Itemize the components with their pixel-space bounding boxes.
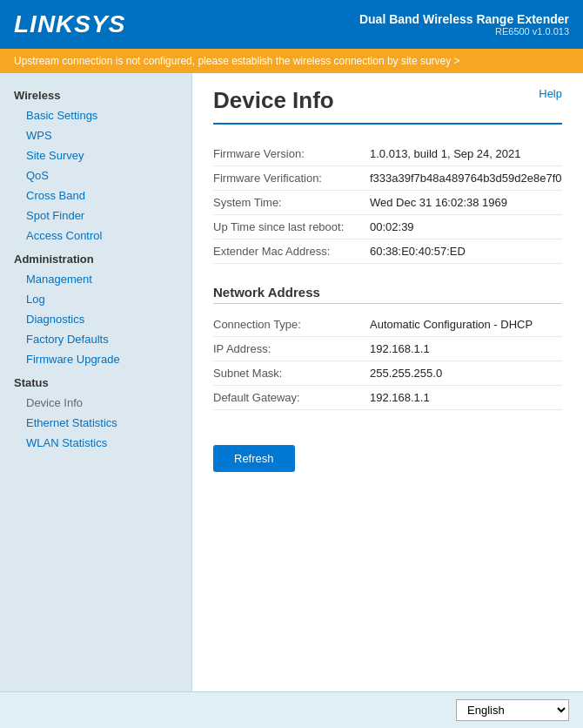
info-row-system-time: System Time: Wed Dec 31 16:02:38 1969 [213,191,562,215]
sidebar-section-administration: Administration [0,246,191,269]
system-time-label: System Time: [213,196,370,209]
warning-banner: Upstream connection is not configured, p… [0,49,583,73]
default-gateway-label: Default Gateway: [213,391,370,404]
info-row-mac-address: Extender Mac Address: 60:38:E0:40:57:ED [213,239,562,264]
subnet-mask-value: 255.255.255.0 [370,367,442,380]
sidebar-item-device-info: Device Info [0,393,191,413]
network-info-table: Connection Type: Automatic Configuration… [213,313,562,410]
sidebar-item-ethernet-statistics[interactable]: Ethernet Statistics [0,413,191,433]
info-row-default-gateway: Default Gateway: 192.168.1.1 [213,386,562,410]
language-select[interactable]: English Español Français Deutsch Italian… [456,699,569,721]
header-right: Dual Band Wireless Range Extender RE6500… [359,12,569,37]
firmware-verification-value: f333a39f7b48a489764b3d59d2e8e7f0 [370,172,562,185]
sidebar-item-firmware-upgrade[interactable]: Firmware Upgrade [0,349,191,369]
network-section-title: Network Address [213,285,562,304]
sidebar-item-diagnostics[interactable]: Diagnostics [0,309,191,329]
info-row-subnet-mask: Subnet Mask: 255.255.255.0 [213,361,562,386]
mac-address-value: 60:38:E0:40:57:ED [370,245,466,258]
sidebar-item-management[interactable]: Management [0,269,191,289]
content-area: Device Info Help Firmware Version: 1.0.0… [191,73,583,700]
system-time-value: Wed Dec 31 16:02:38 1969 [370,196,507,209]
mac-address-label: Extender Mac Address: [213,245,370,258]
sidebar-item-access-control[interactable]: Access Control [0,226,191,246]
info-row-ip-address: IP Address: 192.168.1.1 [213,337,562,361]
product-model: RE6500 v1.0.013 [359,26,569,37]
firmware-version-label: Firmware Version: [213,147,370,160]
refresh-button[interactable]: Refresh [213,445,295,472]
sidebar-section-status: Status [0,369,191,393]
sidebar-item-basic-settings[interactable]: Basic Settings [0,105,191,125]
sidebar-item-qos[interactable]: QoS [0,165,191,185]
sidebar-item-spot-finder[interactable]: Spot Finder [0,206,191,226]
sidebar-item-cross-band[interactable]: Cross Band [0,185,191,206]
device-info-table: Firmware Version: 1.0.013, build 1, Sep … [213,142,562,264]
uptime-label: Up Time since last reboot: [213,220,370,233]
sidebar-item-site-survey[interactable]: Site Survey [0,145,191,165]
page-title: Device Info [213,87,334,114]
connection-type-value: Automatic Configuration - DHCP [370,318,533,331]
info-row-firmware-verification: Firmware Verification: f333a39f7b48a4897… [213,166,562,191]
sidebar-item-wlan-statistics[interactable]: WLAN Statistics [0,433,191,453]
info-row-connection-type: Connection Type: Automatic Configuration… [213,313,562,337]
ip-address-label: IP Address: [213,342,370,355]
info-row-firmware-version: Firmware Version: 1.0.013, build 1, Sep … [213,142,562,166]
content-header: Device Info Help [213,87,562,125]
default-gateway-value: 192.168.1.1 [370,391,430,404]
sidebar-item-log[interactable]: Log [0,289,191,309]
logo: LINKSYS [14,10,125,38]
header: LINKSYS Dual Band Wireless Range Extende… [0,0,583,49]
product-name: Dual Band Wireless Range Extender [359,12,569,26]
subnet-mask-label: Subnet Mask: [213,367,370,380]
sidebar-item-factory-defaults[interactable]: Factory Defaults [0,329,191,349]
firmware-version-value: 1.0.013, build 1, Sep 24, 2021 [370,147,520,160]
firmware-verification-label: Firmware Verification: [213,172,370,185]
footer: English Español Français Deutsch Italian… [0,691,583,728]
sidebar: Wireless Basic Settings WPS Site Survey … [0,73,191,700]
ip-address-value: 192.168.1.1 [370,342,430,355]
help-link[interactable]: Help [539,87,562,100]
sidebar-section-wireless: Wireless [0,82,191,105]
warning-text: Upstream connection is not configured, p… [14,55,460,67]
uptime-value: 00:02:39 [370,220,414,233]
sidebar-item-wps[interactable]: WPS [0,125,191,145]
info-row-uptime: Up Time since last reboot: 00:02:39 [213,215,562,239]
main-layout: Wireless Basic Settings WPS Site Survey … [0,73,583,700]
connection-type-label: Connection Type: [213,318,370,331]
